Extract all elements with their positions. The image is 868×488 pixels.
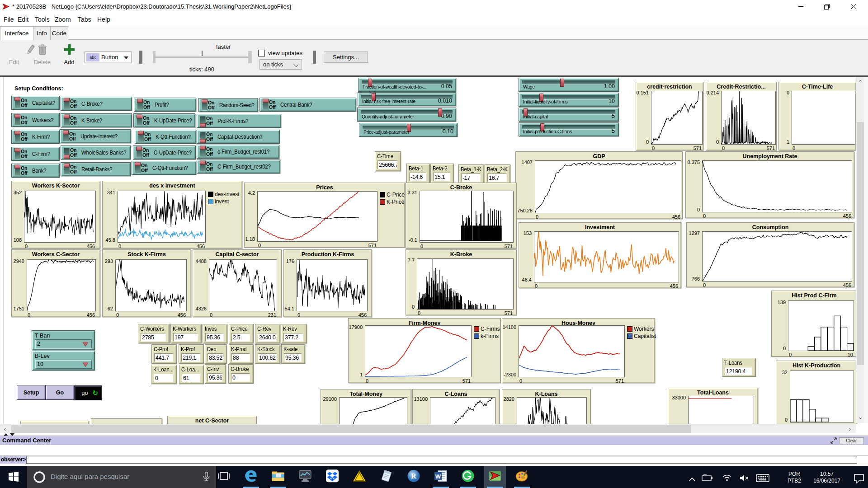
switch-track[interactable] bbox=[64, 164, 69, 174]
switch-track[interactable] bbox=[15, 98, 20, 108]
horizontal-scrollbar-thumb[interactable] bbox=[11, 425, 691, 433]
switch-track[interactable] bbox=[135, 163, 140, 173]
switch-random-seed[interactable]: OnOffRandom-Seed? bbox=[198, 98, 258, 112]
switch-knob[interactable] bbox=[64, 114, 70, 118]
edit-pencil-icon[interactable] bbox=[25, 44, 35, 56]
slider-knob[interactable] bbox=[560, 79, 564, 87]
switch-knob[interactable] bbox=[138, 131, 144, 135]
switch-knob[interactable] bbox=[14, 114, 20, 118]
switch-c-firm[interactable]: OnOffC-Firm? bbox=[11, 147, 60, 161]
tray-battery-icon[interactable] bbox=[702, 474, 713, 483]
switch-retail-banks[interactable]: OnOffRetail-Banks? bbox=[61, 162, 131, 176]
tab-code[interactable]: Code bbox=[50, 26, 68, 40]
taskbar-search-box[interactable]: Digite aqui para pesquisar bbox=[27, 466, 216, 488]
switch-c-firm-budget-rest01[interactable]: OnOffc-Firm_Budget_rest01? bbox=[197, 145, 279, 159]
switch-k-update-price[interactable]: OnOffK-UpDate-Price? bbox=[133, 113, 195, 127]
speed-slider-thumb[interactable] bbox=[202, 51, 203, 56]
switch-track[interactable] bbox=[200, 116, 205, 126]
vertical-scrollbar[interactable]: ⌃ ⌄ bbox=[856, 77, 864, 423]
slider-quantity-adjust-parameter[interactable]: Quantity-adjust-parameter0.90 bbox=[357, 108, 456, 122]
switch-knob[interactable] bbox=[200, 160, 206, 164]
slider-wage[interactable]: Wage1.00 bbox=[519, 78, 619, 92]
switch-k-broke[interactable]: OnOffK-Broke? bbox=[61, 113, 132, 127]
slider-initial-production-c-firms[interactable]: Initial-production-C-firms5 bbox=[519, 122, 619, 136]
slider-initial-risk-free-interest-rate[interactable]: Initial-risk-free-interest-rate0.010 bbox=[358, 92, 456, 106]
slider-groove[interactable] bbox=[522, 80, 615, 84]
edit-button[interactable]: Edit bbox=[6, 59, 22, 66]
switch-knob[interactable] bbox=[14, 148, 20, 152]
switch-wholesales-banks[interactable]: OnOffWholeSales-Banks? bbox=[61, 145, 131, 160]
switch-track[interactable] bbox=[15, 115, 20, 125]
slider-initial-capital[interactable]: Initial-capital5 bbox=[519, 108, 619, 122]
tray-action-center-icon[interactable] bbox=[854, 474, 864, 485]
switch-track[interactable] bbox=[200, 147, 205, 156]
button-go-forever[interactable]: go↻ bbox=[74, 385, 102, 400]
delete-trash-icon[interactable] bbox=[38, 44, 47, 56]
switch-track[interactable] bbox=[64, 116, 69, 125]
switch-track[interactable] bbox=[137, 116, 142, 125]
add-button[interactable]: Add bbox=[59, 59, 79, 66]
switch-track[interactable] bbox=[15, 166, 20, 175]
switch-knob[interactable] bbox=[202, 99, 208, 103]
add-plus-icon[interactable] bbox=[64, 44, 75, 55]
delete-button[interactable]: Delete bbox=[32, 59, 52, 66]
switch-track[interactable] bbox=[200, 162, 205, 171]
taskbar-app-grammarly[interactable] bbox=[457, 466, 479, 488]
horizontal-scrollbar[interactable]: ‹ › bbox=[0, 424, 856, 433]
switch-knob[interactable] bbox=[263, 99, 269, 103]
switch-k-firm[interactable]: OnOffK-Firm? bbox=[11, 130, 60, 144]
tray-volume-muted-icon[interactable] bbox=[740, 474, 750, 483]
scroll-up-icon[interactable]: ⌃ bbox=[856, 79, 864, 86]
slider-initial-liquidity-of-firms[interactable]: Initial-liquidity-of-Firms10 bbox=[519, 93, 619, 107]
switch-prof-k-firms[interactable]: OnOffProf-K-Firms? bbox=[197, 114, 281, 128]
switch-track[interactable] bbox=[64, 148, 69, 157]
taskbar-app-paint-palette[interactable] bbox=[511, 466, 533, 488]
switch-knob[interactable] bbox=[137, 99, 143, 103]
switch-knob[interactable] bbox=[64, 155, 70, 159]
switch-knob[interactable] bbox=[200, 145, 206, 150]
taskbar-app-system-monitor[interactable] bbox=[294, 466, 316, 488]
switch-knob[interactable] bbox=[14, 131, 20, 135]
menu-help[interactable]: Help bbox=[97, 16, 110, 23]
chooser-field[interactable]: 10 bbox=[35, 360, 92, 369]
menu-tabs[interactable]: Tabs bbox=[78, 16, 91, 23]
view-updates-checkbox[interactable] bbox=[258, 50, 265, 56]
minimize-button[interactable] bbox=[790, 0, 811, 14]
switch-track[interactable] bbox=[137, 100, 142, 109]
speed-slider[interactable] bbox=[154, 56, 250, 58]
switch-knob[interactable] bbox=[63, 130, 69, 134]
widget-type-dropdown[interactable]: abc Button bbox=[85, 52, 132, 63]
settings-button[interactable]: Settings... bbox=[324, 52, 368, 63]
command-input[interactable] bbox=[26, 456, 857, 464]
tray-chevron-up-icon[interactable] bbox=[689, 475, 695, 483]
switch-knob[interactable] bbox=[200, 139, 206, 143]
taskbar-app-dropbox[interactable] bbox=[321, 466, 343, 488]
taskbar-app-task-view[interactable] bbox=[213, 466, 235, 488]
switch-c-update-price[interactable]: OnOffC-UpDate-Price? bbox=[133, 145, 196, 160]
switch-track[interactable] bbox=[137, 148, 142, 157]
menu-zoom[interactable]: Zoom bbox=[55, 16, 71, 23]
menu-tools[interactable]: Tools bbox=[35, 16, 50, 23]
switch-workers[interactable]: OnOffWorkers? bbox=[11, 113, 60, 127]
tray-wifi-icon[interactable] bbox=[722, 474, 731, 483]
switch-knob[interactable] bbox=[14, 97, 20, 101]
switch-track[interactable] bbox=[202, 100, 207, 110]
chooser-t-ban[interactable]: T-Ban2 bbox=[32, 330, 95, 350]
switch-update-interest[interactable]: OnOffUpdate-Interest? bbox=[60, 129, 131, 143]
switch-capital-destruction[interactable]: OnOffCapital-Destruction? bbox=[197, 130, 280, 144]
taskbar-app-explorer[interactable] bbox=[267, 466, 289, 488]
switch-c-qtt-function[interactable]: OnOffC-Qtt-Function? bbox=[132, 161, 196, 175]
chooser-field[interactable]: 2 bbox=[35, 339, 92, 348]
switch-capitalist[interactable]: OnOffCapitalist? bbox=[11, 96, 60, 110]
tab-info[interactable]: Info bbox=[33, 26, 51, 40]
switch-central-bank[interactable]: OnOffCentral-Bank? bbox=[259, 98, 356, 112]
switch-track[interactable] bbox=[15, 132, 20, 141]
switch-track[interactable] bbox=[263, 100, 268, 109]
taskbar-app-r-project[interactable]: R bbox=[403, 466, 425, 488]
close-button[interactable] bbox=[843, 0, 863, 14]
tray-language-indicator[interactable]: PORPTB2 bbox=[784, 471, 805, 484]
slider-fraction-of-wealth[interactable]: Fraction-of-wealth-devoted-to-...0.05 bbox=[358, 78, 456, 92]
vertical-scrollbar-thumb[interactable] bbox=[857, 122, 864, 365]
tray-keyboard-icon[interactable] bbox=[756, 474, 769, 484]
tab-interface[interactable]: Interface bbox=[0, 26, 33, 40]
